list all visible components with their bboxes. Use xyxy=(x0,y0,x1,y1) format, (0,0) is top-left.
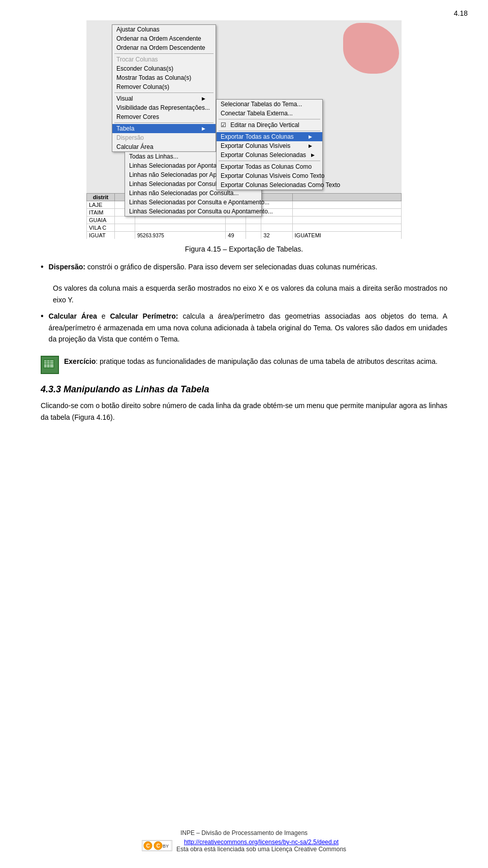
map-shape xyxy=(343,23,399,74)
cc-license-icon: C C BY xyxy=(142,840,172,851)
footer-cc: C C BY http://creativecommons.org/licens… xyxy=(0,839,488,853)
dispersao-label: Dispersão: xyxy=(49,263,85,271)
sep5 xyxy=(219,131,320,131)
lines-sel-consulta-ou-apontamento[interactable]: Linhas Selecionadas por Consulta ou Apon… xyxy=(125,207,261,216)
footer-license-text: http://creativecommons.org/licenses/by-n… xyxy=(176,839,346,853)
footer-license-label: Esta obra está licenciada sob uma Licenç… xyxy=(176,846,346,853)
menu-visibilidade[interactable]: Visibilidade das Representações... xyxy=(112,103,216,112)
menu-mostrar-todas[interactable]: Mostrar Todas as Coluna(s) xyxy=(112,73,216,82)
table-row: GUAIA xyxy=(87,216,402,224)
menu-ordenar-asc[interactable]: Ordenar na Ordem Ascendente xyxy=(112,34,216,43)
tabela-exportar-visiveis[interactable]: Exportar Colunas Visíveis xyxy=(217,141,322,150)
sep2 xyxy=(114,92,214,93)
tabela-editar[interactable]: ☑ Editar na Direção Vertical xyxy=(217,120,322,130)
svg-text:C: C xyxy=(146,843,149,849)
dispersao-text: Dispersão: constrói o gráfico de dispers… xyxy=(49,261,378,272)
calcular-bullet-item: • Calcular Área e Calcular Perímetro: ca… xyxy=(41,311,447,350)
tabela-selecionar[interactable]: Selecionar Tabelas do Tema... xyxy=(217,100,322,109)
exercise-label: Exercício xyxy=(64,357,96,365)
exercise-body: : pratique todas as funcionalidades de m… xyxy=(96,357,437,365)
lines-sel-consulta-apontamento[interactable]: Linhas Selecionadas por Consulta e Apont… xyxy=(125,198,261,207)
dispersao-bullet-item: • Dispersão: constrói o gráfico de dispe… xyxy=(41,261,447,277)
menu-dispersao: Dispersão xyxy=(112,133,216,142)
menu-calcular-area[interactable]: Calcular Área xyxy=(112,142,216,151)
footer-text: INPE – Divisão de Processamento de Image… xyxy=(0,829,488,836)
tabela-exportar-todas[interactable]: Exportar Todas as Colunas xyxy=(217,132,322,141)
menu-tabela[interactable]: Tabela xyxy=(112,124,216,133)
calcular-text: Calcular Área e Calcular Perímetro: calc… xyxy=(49,311,447,345)
table-row: VILA C xyxy=(87,224,402,232)
menu-remover-coluna[interactable]: Remover Coluna(s) xyxy=(112,82,216,91)
tabela-exportar-todas-como[interactable]: Exportar Todas as Colunas Como xyxy=(217,162,322,171)
footer: INPE – Divisão de Processamento de Image… xyxy=(0,829,488,853)
menu-visual[interactable]: Visual xyxy=(112,94,216,103)
screenshot-image: Ajustar Colunas Ordenar na Ordem Ascende… xyxy=(86,20,402,239)
sep6 xyxy=(219,161,320,161)
cc-svg: C C BY xyxy=(143,841,171,851)
section-text: Clicando-se com o botão direito sobre nú… xyxy=(41,400,447,423)
screenshot-container: Ajustar Colunas Ordenar na Ordem Ascende… xyxy=(41,20,447,239)
tabela-exportar-selecionadas[interactable]: Exportar Colunas Selecionadas xyxy=(217,150,322,160)
sep4 xyxy=(219,119,320,119)
main-context-menu[interactable]: Ajustar Colunas Ordenar na Ordem Ascende… xyxy=(112,24,216,152)
menu-ajustar-colunas[interactable]: Ajustar Colunas xyxy=(112,25,216,34)
tabela-submenu[interactable]: Selecionar Tabelas do Tema... Conectar T… xyxy=(216,99,323,190)
menu-remover-cores[interactable]: Remover Cores xyxy=(112,112,216,121)
sep3 xyxy=(114,122,214,123)
calcular-area-label: Calcular Área xyxy=(49,312,97,320)
exercise-row: Exercício: pratique todas as funcionalid… xyxy=(41,356,447,374)
tabela-exportar-sel-texto[interactable]: Exportar Colunas Selecionadas Como Texto xyxy=(217,180,322,190)
sep1 xyxy=(114,53,214,54)
svg-text:C: C xyxy=(156,843,160,849)
svg-text:BY: BY xyxy=(163,844,169,849)
footer-link[interactable]: http://creativecommons.org/licenses/by-n… xyxy=(184,839,339,846)
menu-trocar-colunas: Trocar Colunas xyxy=(112,55,216,64)
menu-esconder-colunas[interactable]: Esconder Colunas(s) xyxy=(112,64,216,73)
table-row: IGUAT95263.93754932IGUATEMI xyxy=(87,232,402,239)
exercise-icon xyxy=(41,356,59,374)
section-heading: 4.3.3 Manipulando as Linhas da Tabela xyxy=(41,384,447,395)
menu-ordenar-desc[interactable]: Ordenar na Ordem Descendente xyxy=(112,43,216,52)
figure-caption: Figura 4.15 – Exportação de Tabelas. xyxy=(41,245,447,253)
tabela-exportar-visiveis-texto[interactable]: Exportar Colunas Visíveis Como Texto xyxy=(217,171,322,180)
page-number: 4.18 xyxy=(454,9,468,17)
bullet-dot-dispersao: • xyxy=(41,262,44,271)
valores-text: Os valores da coluna mais a esquerda ser… xyxy=(53,283,447,305)
exercise-svg-icon xyxy=(43,358,57,372)
exercise-text: Exercício: pratique todas as funcionalid… xyxy=(64,356,438,367)
dispersao-body: constrói o gráfico de dispersão. Para is… xyxy=(85,263,377,271)
calcular-perimetro-label: Calcular Perímetro: xyxy=(110,312,178,320)
bullet-dot-calcular: • xyxy=(41,312,44,321)
tabela-conectar[interactable]: Conectar Tabela Externa... xyxy=(217,109,322,118)
